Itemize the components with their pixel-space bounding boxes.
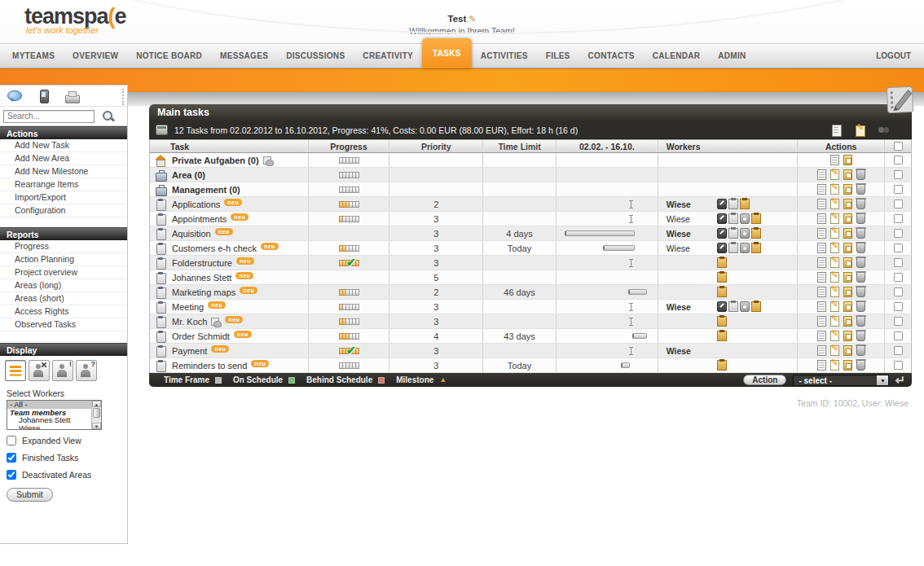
worker-clock-icon[interactable] xyxy=(717,301,727,312)
task-link[interactable]: Order Schmidt xyxy=(172,331,230,341)
task-link[interactable]: Appointments xyxy=(172,214,227,224)
copy-icon[interactable] xyxy=(843,228,852,239)
sidebar-item-import-export[interactable]: Import/Export xyxy=(0,191,127,204)
copy-icon[interactable] xyxy=(843,213,852,224)
copy-icon[interactable] xyxy=(843,243,852,253)
row-checkbox[interactable] xyxy=(894,287,903,296)
scroll-down-icon[interactable]: ▼ xyxy=(92,423,101,429)
row-checkbox[interactable] xyxy=(894,170,903,179)
copy-icon[interactable] xyxy=(843,184,852,195)
worker-assign-icon[interactable] xyxy=(751,243,761,253)
sidebar-item-access-rights[interactable]: Access Rights xyxy=(0,305,127,318)
worker-alert-icon[interactable]: ! xyxy=(52,360,73,381)
observe-icon[interactable] xyxy=(878,125,889,136)
worker-mail-icon[interactable] xyxy=(740,228,750,239)
task-link[interactable]: Johannes Stett xyxy=(172,273,231,283)
task-link[interactable]: Mr. Koch xyxy=(172,317,207,327)
edit-icon[interactable] xyxy=(830,287,839,297)
task-link[interactable]: Marketing maps xyxy=(172,287,235,297)
worker-assign-icon[interactable] xyxy=(717,272,727,283)
task-link[interactable]: Management (0) xyxy=(172,185,240,195)
copy-icon[interactable] xyxy=(843,169,852,180)
delete-icon[interactable] xyxy=(856,301,865,312)
report-icon[interactable] xyxy=(817,228,826,239)
copy-icon[interactable] xyxy=(843,257,852,268)
edit-icon[interactable] xyxy=(830,184,839,195)
edit-icon[interactable] xyxy=(830,257,839,268)
worker-note-icon[interactable] xyxy=(728,228,738,239)
sidebar-item-action-planning[interactable]: Action Planning xyxy=(0,253,127,266)
worker-assign-icon[interactable] xyxy=(717,287,727,297)
worker-assign-icon[interactable] xyxy=(751,301,761,312)
row-checkbox[interactable] xyxy=(894,361,903,370)
chevron-down-icon[interactable]: ▼ xyxy=(877,375,888,385)
report-icon[interactable] xyxy=(817,213,826,224)
select-all-checkbox[interactable] xyxy=(894,142,903,151)
report-icon[interactable] xyxy=(817,345,826,356)
report-icon[interactable] xyxy=(831,125,842,136)
delete-icon[interactable] xyxy=(856,243,865,253)
list-view-icon[interactable] xyxy=(5,360,26,381)
delete-icon[interactable] xyxy=(856,199,865,209)
worker-note-icon[interactable] xyxy=(728,199,738,209)
copy-icon[interactable] xyxy=(843,155,852,165)
worker-note-icon[interactable] xyxy=(728,243,738,253)
phone-icon[interactable] xyxy=(35,90,53,103)
nav-tab-overview[interactable]: OVERVIEW xyxy=(64,51,127,60)
report-icon[interactable] xyxy=(817,287,826,297)
report-icon[interactable] xyxy=(817,301,826,312)
copy-icon[interactable] xyxy=(843,272,852,283)
print-icon[interactable] xyxy=(64,90,81,103)
nav-tab-tasks[interactable]: TASKS xyxy=(422,38,472,68)
report-icon[interactable] xyxy=(817,199,826,209)
worker-question-icon[interactable]: ? xyxy=(76,360,97,381)
search-icon[interactable] xyxy=(99,109,117,124)
worker-clock-icon[interactable] xyxy=(717,199,727,209)
sidebar-item-add-new-area[interactable]: Add New Area xyxy=(0,152,127,165)
action-button[interactable]: Action xyxy=(743,375,786,385)
worker-option[interactable]: Johannes Stett xyxy=(7,416,92,424)
delete-icon[interactable] xyxy=(856,257,865,268)
report-icon[interactable] xyxy=(817,169,826,180)
report-icon[interactable] xyxy=(817,257,826,268)
worker-clock-icon[interactable] xyxy=(717,213,727,224)
worker-assign-icon[interactable] xyxy=(751,228,761,239)
copy-icon[interactable] xyxy=(843,287,852,297)
logout-link[interactable]: LOGOUT xyxy=(876,51,911,60)
edit-icon[interactable] xyxy=(830,169,839,180)
worker-assign-icon[interactable] xyxy=(740,199,750,209)
worker-clock-icon[interactable] xyxy=(717,243,727,253)
sidebar-item-add-new-task[interactable]: Add New Task xyxy=(0,139,127,152)
worker-clock-icon[interactable] xyxy=(717,228,727,239)
nav-tab-contacts[interactable]: CONTACTS xyxy=(579,51,644,60)
delete-icon[interactable] xyxy=(856,287,865,297)
edit-icon[interactable] xyxy=(830,213,839,224)
edit-icon[interactable] xyxy=(830,316,839,327)
copy-icon[interactable] xyxy=(843,345,852,356)
scroll-up-icon[interactable]: ▲ xyxy=(92,401,101,407)
sidebar-drag-handle[interactable] xyxy=(122,89,124,105)
nav-tab-creativity[interactable]: CREATIVITY xyxy=(354,51,422,60)
worker-option[interactable]: - All - xyxy=(7,401,92,409)
copy-icon[interactable] xyxy=(843,360,852,371)
scroll-thumb[interactable] xyxy=(93,408,100,418)
edit-icon[interactable] xyxy=(830,228,839,239)
report-icon[interactable] xyxy=(817,331,826,341)
nav-tab-calendar[interactable]: CALENDAR xyxy=(644,51,710,60)
sidebar-item-add-new-milestone[interactable]: Add New Milestone xyxy=(0,165,127,178)
action-select[interactable]: - select - ▼ xyxy=(793,375,889,386)
chat-icon[interactable] xyxy=(7,90,24,103)
listbox-scrollbar[interactable]: ▲ ▼ xyxy=(91,401,101,429)
row-checkbox[interactable] xyxy=(894,214,903,223)
cb-expanded-view-checkbox[interactable] xyxy=(7,436,16,445)
row-checkbox[interactable] xyxy=(894,244,903,252)
worker-tools-icon[interactable] xyxy=(29,360,50,381)
search-input[interactable] xyxy=(3,110,95,123)
row-checkbox[interactable] xyxy=(894,229,903,238)
task-link[interactable]: Applications xyxy=(172,200,220,209)
edit-icon[interactable] xyxy=(830,243,839,253)
row-checkbox[interactable] xyxy=(894,346,903,355)
sidebar-item-rearrange-items[interactable]: Rearrange Items xyxy=(0,178,127,191)
report-icon[interactable] xyxy=(817,184,826,195)
task-link[interactable]: Customers e-h check xyxy=(172,244,257,253)
